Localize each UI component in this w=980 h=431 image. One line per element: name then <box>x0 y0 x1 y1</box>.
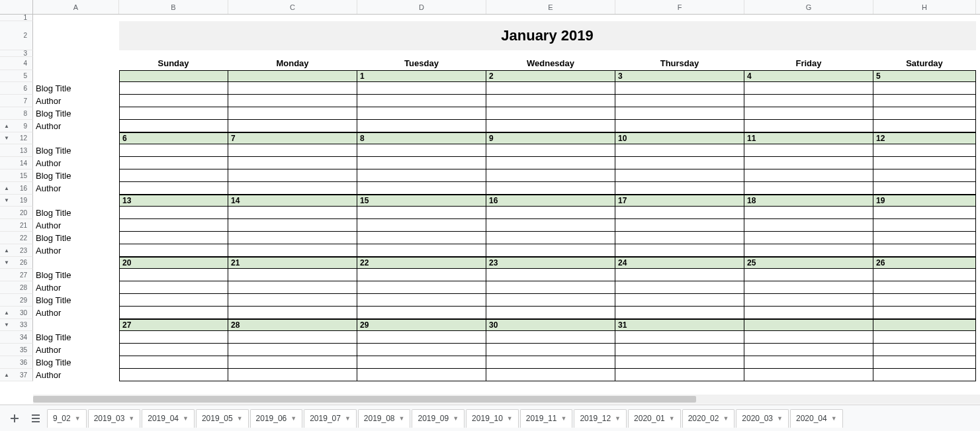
cell[interactable] <box>615 182 744 195</box>
column-header[interactable]: H <box>873 0 976 14</box>
row-header[interactable]: 27 <box>0 269 33 281</box>
row-header[interactable]: 15 <box>0 169 33 182</box>
row-label[interactable]: Blog Title <box>33 82 119 95</box>
cell[interactable] <box>119 120 228 132</box>
cell[interactable] <box>486 294 615 307</box>
cell[interactable] <box>873 15 976 21</box>
cell[interactable] <box>744 244 873 257</box>
cell[interactable] <box>357 356 486 369</box>
cell[interactable] <box>615 107 744 120</box>
cell[interactable] <box>873 307 976 319</box>
cell[interactable] <box>119 307 228 319</box>
cell[interactable] <box>873 144 976 157</box>
row-header[interactable]: 21 <box>0 219 33 232</box>
cell[interactable] <box>486 107 615 120</box>
cell[interactable] <box>873 281 976 294</box>
cell[interactable] <box>228 207 357 219</box>
cell[interactable] <box>357 331 486 344</box>
cell[interactable] <box>357 120 486 132</box>
cell[interactable] <box>873 219 976 232</box>
cell[interactable] <box>744 169 873 182</box>
date-cell[interactable]: 24 <box>615 257 744 269</box>
cell[interactable] <box>873 344 976 356</box>
cell[interactable] <box>119 169 228 182</box>
date-cell[interactable]: 1 <box>357 70 486 82</box>
chevron-down-icon[interactable]: ▼ <box>183 415 189 422</box>
cell[interactable] <box>33 70 119 82</box>
column-header[interactable]: G <box>744 0 873 14</box>
date-cell[interactable]: 20 <box>119 257 228 269</box>
cell[interactable] <box>873 157 976 169</box>
cell[interactable] <box>873 244 976 257</box>
cell[interactable] <box>615 331 744 344</box>
cell[interactable] <box>228 107 357 120</box>
chevron-down-icon[interactable]: ▼ <box>831 415 837 422</box>
cell[interactable] <box>744 232 873 244</box>
chevron-down-icon[interactable]: ▼ <box>723 415 729 422</box>
row-header[interactable]: 6 <box>0 82 33 95</box>
cell[interactable] <box>357 369 486 381</box>
row-header[interactable]: 20 <box>0 207 33 219</box>
cell[interactable] <box>228 169 357 182</box>
chevron-down-icon[interactable]: ▼ <box>128 415 134 422</box>
date-cell[interactable] <box>873 319 976 331</box>
cell[interactable] <box>615 269 744 281</box>
row-header[interactable]: ▲9 <box>0 120 33 132</box>
sheet-tab[interactable]: 2019_05▼ <box>196 409 249 428</box>
chevron-down-icon[interactable]: ▼ <box>345 415 351 422</box>
add-sheet-button[interactable] <box>4 409 25 428</box>
cell[interactable] <box>119 157 228 169</box>
row-header[interactable]: 1 <box>0 15 33 21</box>
cell[interactable] <box>486 219 615 232</box>
day-header[interactable]: Friday <box>744 57 873 70</box>
cell[interactable] <box>228 82 357 95</box>
cell[interactable] <box>486 244 615 257</box>
date-cell[interactable]: 5 <box>873 70 976 82</box>
cell[interactable] <box>744 157 873 169</box>
cell[interactable] <box>486 50 615 57</box>
cell[interactable] <box>119 344 228 356</box>
date-cell[interactable] <box>228 70 357 82</box>
cell[interactable] <box>744 207 873 219</box>
cell[interactable] <box>119 95 228 107</box>
row-header[interactable]: 2 <box>0 21 33 50</box>
chevron-down-icon[interactable]: ▼ <box>237 415 243 422</box>
cell[interactable] <box>357 281 486 294</box>
cell[interactable] <box>33 319 119 331</box>
cell[interactable] <box>873 369 976 381</box>
cell[interactable] <box>228 269 357 281</box>
row-header[interactable]: ▼26 <box>0 257 33 269</box>
date-cell[interactable]: 16 <box>486 195 615 207</box>
cell[interactable] <box>119 82 228 95</box>
sheet-tab[interactable]: 2019_07▼ <box>304 409 357 428</box>
row-header[interactable]: 14 <box>0 157 33 169</box>
chevron-down-icon[interactable]: ▼ <box>777 415 783 422</box>
row-label[interactable]: Blog Title <box>33 107 119 120</box>
date-cell[interactable]: 2 <box>486 70 615 82</box>
date-cell[interactable]: 31 <box>615 319 744 331</box>
cell[interactable] <box>486 269 615 281</box>
cell[interactable] <box>486 369 615 381</box>
chevron-down-icon[interactable]: ▼ <box>669 415 675 422</box>
cell[interactable] <box>873 107 976 120</box>
sheet-tab[interactable]: 2019_11▼ <box>520 409 573 428</box>
cell[interactable] <box>33 257 119 269</box>
cell[interactable] <box>615 157 744 169</box>
row-header[interactable]: ▼12 <box>0 132 33 144</box>
cell[interactable] <box>744 50 873 57</box>
chevron-down-icon[interactable]: ▼ <box>507 415 513 422</box>
row-label[interactable]: Blog Title <box>33 207 119 219</box>
row-label[interactable]: Author <box>33 369 119 381</box>
cell[interactable] <box>357 294 486 307</box>
cell[interactable] <box>119 294 228 307</box>
cell[interactable] <box>615 120 744 132</box>
cell[interactable] <box>228 344 357 356</box>
cell[interactable] <box>119 356 228 369</box>
cell[interactable] <box>744 331 873 344</box>
cell[interactable] <box>119 232 228 244</box>
row-label[interactable]: Author <box>33 182 119 195</box>
row-header[interactable]: 13 <box>0 144 33 157</box>
date-cell[interactable]: 30 <box>486 319 615 331</box>
cell[interactable] <box>228 50 357 57</box>
row-label[interactable]: Author <box>33 344 119 356</box>
